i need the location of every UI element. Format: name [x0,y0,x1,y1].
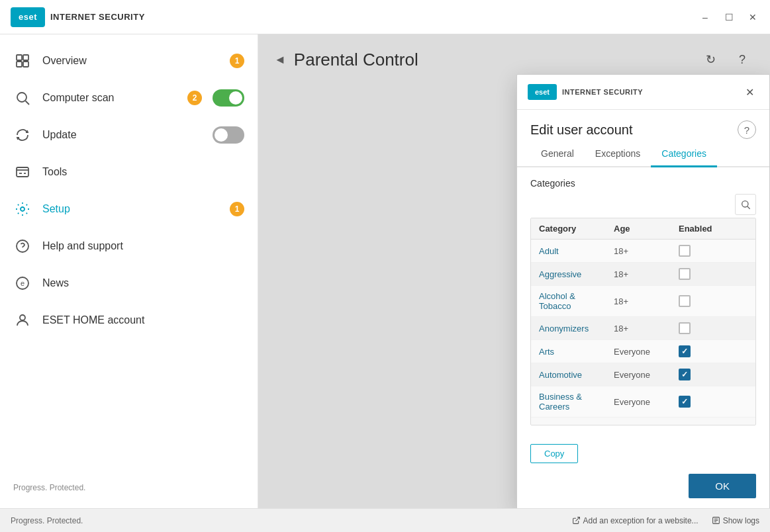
modal-title-text: INTERNET SECURITY [562,88,735,96]
maximize-button[interactable]: ☐ [720,8,738,26]
col-enabled: Enabled [679,224,732,234]
svg-point-4 [17,93,26,102]
setup-icon [13,200,32,218]
category-name: Aggressive [539,269,608,279]
enabled-checkbox[interactable] [679,345,691,357]
update-label: Update [42,129,202,141]
help-support-icon [13,237,32,255]
modal-overlay: eset INTERNET SECURITY ✕ Edit user accou… [258,34,770,508]
category-age: 18+ [614,296,673,306]
category-name: Chats & Social Networking [539,423,608,425]
table-row: Adult 18+ [531,240,755,263]
show-logs-link[interactable]: Show logs [712,516,759,525]
computer-scan-toggle[interactable] [213,89,244,107]
sidebar-item-tools[interactable]: Tools [0,154,258,191]
overview-badge: 1 [230,54,244,68]
content-area: ◄ Parental Control ↻ ? eset INTERNET SEC… [258,34,770,508]
external-link-icon [572,516,581,525]
close-button[interactable]: ✕ [744,8,762,26]
modal-close-button[interactable]: ✕ [740,83,759,101]
table-row: Chats & Social Networking 13+ [531,418,755,425]
modal-tabs: General Exceptions Categories [517,142,769,167]
computer-scan-icon [13,89,32,107]
col-category: Category [539,224,608,234]
sidebar-item-overview[interactable]: Overview 1 [0,42,258,79]
sidebar-item-news[interactable]: e News [0,265,258,302]
enabled-checkbox[interactable] [679,369,691,380]
enabled-checkbox[interactable] [679,245,691,257]
status-right: Add an exception for a website... Show l… [572,516,759,525]
status-bar: Progress. Protected. Add an exception fo… [0,508,770,532]
modal-help-button[interactable]: ? [738,120,756,139]
tab-exceptions[interactable]: Exceptions [585,142,651,167]
modal-logo: eset [528,84,557,100]
window-controls: – ☐ ✕ [696,8,762,26]
update-toggle[interactable] [213,126,244,144]
table-row: Aggressive 18+ [531,263,755,286]
tab-general[interactable]: General [530,142,585,167]
categories-table: Category Age Enabled Adult 18+ [530,218,756,425]
col-age: Age [614,224,673,234]
category-name: Arts [539,347,608,357]
svg-point-16 [742,201,748,207]
update-icon [13,126,32,144]
eset-home-icon [13,311,32,330]
table-header: Category Age Enabled [531,218,755,240]
edit-user-account-dialog: eset INTERNET SECURITY ✕ Edit user accou… [516,74,770,508]
news-label: News [42,277,244,289]
svg-rect-3 [23,62,28,67]
copy-button[interactable]: Copy [530,444,578,463]
tab-categories[interactable]: Categories [651,142,717,167]
table-row: Arts Everyone [531,340,755,363]
svg-point-11 [17,240,28,252]
table-row: Anonymizers 18+ [531,317,755,340]
tools-label: Tools [42,166,244,178]
eset-logo: eset [11,7,45,27]
category-age: Everyone [614,397,673,407]
add-exception-text: Add an exception for a website... [583,516,698,525]
enabled-checkbox[interactable] [679,396,691,408]
enabled-cell [679,295,732,307]
table-row: Business & Careers Everyone [531,386,755,418]
category-name: Alcohol & Tobacco [539,291,608,311]
modal-title-bar: eset INTERNET SECURITY ✕ [517,75,769,110]
enabled-checkbox[interactable] [679,322,691,334]
enabled-cell [679,369,732,380]
svg-point-15 [20,315,25,320]
setup-label: Setup [42,203,219,215]
category-name: Business & Careers [539,392,608,412]
category-age: 18+ [614,324,673,333]
computer-scan-badge: 2 [187,91,202,105]
sidebar-item-computer-scan[interactable]: Computer scan 2 [0,79,258,116]
categories-label: Categories [530,178,756,189]
sidebar-item-setup[interactable]: Setup 1 [0,191,258,228]
tools-icon [13,163,32,181]
status-text: Progress. Protected. [11,516,83,525]
show-logs-text: Show logs [723,516,759,525]
category-name: Automotive [539,370,608,380]
minimize-button[interactable]: – [696,8,714,26]
svg-rect-6 [17,167,28,177]
setup-badge: 1 [230,202,244,216]
enabled-checkbox[interactable] [679,268,691,280]
category-name: Adult [539,246,608,256]
sidebar-item-update[interactable]: Update [0,116,258,154]
search-button[interactable] [735,194,756,215]
sidebar-item-help-support[interactable]: Help and support [0,228,258,265]
modal-body: Categories [517,167,769,436]
copy-row: Copy [517,436,769,463]
sidebar-item-eset-home[interactable]: ESET HOME account [0,302,258,339]
title-bar: eset INTERNET SECURITY – ☐ ✕ [0,0,770,34]
ok-button[interactable]: OK [689,474,756,498]
enabled-checkbox[interactable] [679,295,691,307]
svg-point-10 [21,207,24,211]
news-icon: e [13,274,32,292]
table-body: Adult 18+ Aggressive [531,240,755,425]
add-exception-link[interactable]: Add an exception for a website... [572,516,698,525]
app-title: INTERNET SECURITY [50,12,145,22]
table-row: Automotive Everyone [531,363,755,386]
category-age: 18+ [614,269,673,279]
logs-icon [712,516,720,525]
svg-rect-1 [23,55,28,60]
modal-footer: OK [517,463,769,508]
